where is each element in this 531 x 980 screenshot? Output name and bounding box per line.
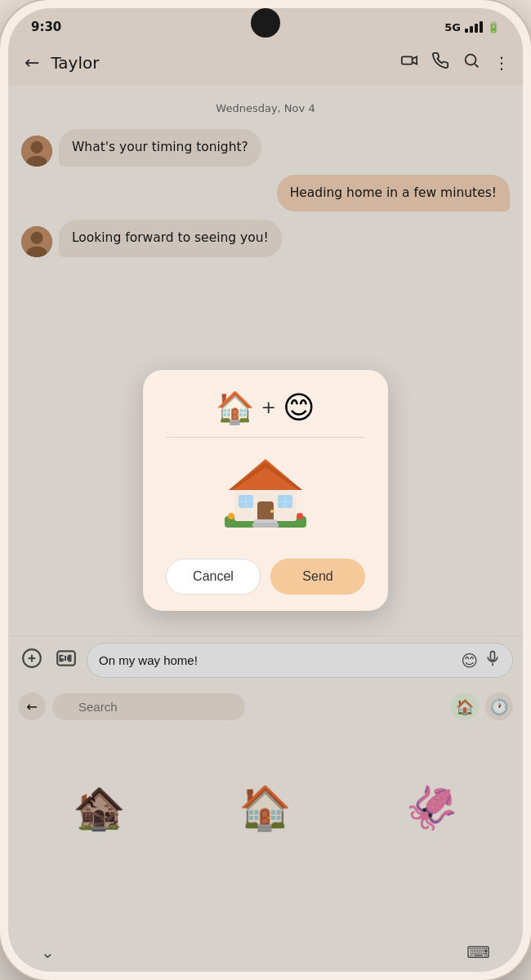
popup-combo-row: 🏠 + 😊 [216, 390, 315, 425]
popup-emoji2: 😊 [283, 390, 315, 425]
popup-divider [166, 437, 365, 438]
cancel-button[interactable]: Cancel [166, 559, 261, 595]
popup-buttons: Cancel Send [166, 559, 365, 595]
popup-plus: + [261, 397, 275, 417]
svg-point-20 [270, 510, 274, 513]
popup-combined-sticker [216, 449, 315, 544]
emoji-combo-popup: 🏠 + 😊 [143, 370, 388, 611]
popup-emoji1: 🏠 [216, 390, 254, 425]
svg-point-29 [228, 513, 234, 519]
phone-frame: 9:30 5G 🔋 ← Taylor [0, 0, 531, 980]
camera-notch [251, 8, 280, 38]
svg-point-30 [297, 513, 303, 519]
send-button[interactable]: Send [270, 559, 365, 595]
screen: 9:30 5G 🔋 ← Taylor [8, 8, 523, 972]
svg-rect-28 [252, 523, 279, 528]
popup-overlay[interactable]: 🏠 + 😊 [8, 8, 523, 972]
